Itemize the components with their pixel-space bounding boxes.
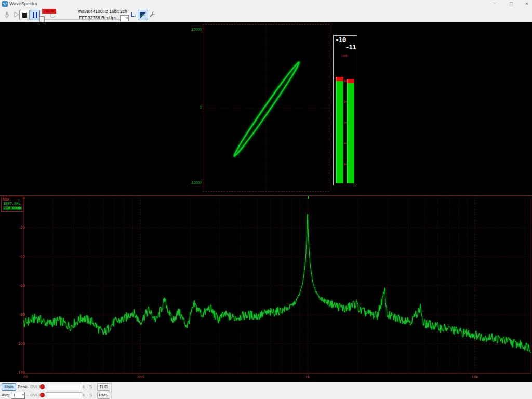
- wave-format-status: Wave:44100Hz 16bit 2ch: [78, 9, 127, 14]
- lissajous-zero-label: 0: [184, 105, 202, 109]
- y-axis-label: -80: [19, 312, 25, 317]
- x-axis-label: 100: [137, 375, 144, 379]
- lissajous-top-label: 15000: [184, 28, 202, 31]
- window-title: WaveSpectra: [9, 1, 37, 6]
- statusbar-separator-1: [95, 383, 95, 398]
- dash-1: -: [27, 384, 29, 389]
- toolbar: Rec. No Wave:44100Hz 16bit 2ch FFT:32768…: [0, 8, 532, 23]
- pause-icon: [33, 12, 37, 18]
- y-axis-label: -20: [19, 225, 25, 230]
- log-axis-button[interactable]: L↓: [129, 10, 138, 19]
- upper-panel: 15000 0 -15000 -10 -11 (dB)-10-20-30-40-…: [0, 22, 532, 195]
- meter-bar: [336, 81, 343, 183]
- meter-peak-cap: [336, 77, 343, 81]
- max-title: Max: [3, 197, 9, 201]
- s-button-2[interactable]: S: [89, 393, 92, 397]
- play-icon: [12, 11, 20, 18]
- spectrum-panel: 0dB-20-40-60-80-100-120201001k10k Max 10…: [0, 195, 532, 382]
- ovl2-input[interactable]: [46, 392, 82, 398]
- y-axis-label: -60: [19, 283, 25, 288]
- peak-label: Peak: [18, 384, 27, 389]
- meter-unit-label: (dB): [341, 54, 348, 57]
- y-axis-label: -100: [17, 341, 25, 346]
- x-axis-label: 20: [23, 375, 28, 379]
- spectrum-trace: [23, 214, 531, 353]
- l-down-icon: L↓: [131, 11, 137, 18]
- avg-select[interactable]: 1 ▾: [11, 392, 25, 399]
- spectrum-display-icon: [140, 12, 147, 19]
- avg-label: Avg:: [2, 393, 10, 397]
- max-frequency: 1007.9Hz: [3, 202, 21, 206]
- meter-peak-cap: [347, 79, 354, 83]
- max-level: -10.00dB: [3, 206, 22, 210]
- lissajous-trace: [232, 60, 301, 158]
- stop-button[interactable]: [19, 10, 30, 20]
- pause-button[interactable]: [30, 10, 40, 20]
- dash-2: -: [27, 393, 29, 397]
- rms-button[interactable]: RMS: [97, 392, 110, 399]
- s-button-1[interactable]: S: [89, 384, 92, 389]
- lissajous-bottom-label: -15000: [184, 181, 202, 184]
- thd-button[interactable]: THD: [97, 383, 110, 391]
- l-button-2[interactable]: L: [83, 393, 85, 397]
- meter-bar-highlight: [336, 77, 337, 183]
- chevron-down-icon: ▾: [22, 393, 24, 397]
- wrench-icon: [149, 11, 156, 18]
- titlebar: WaveSpectra – □ ×: [0, 0, 532, 8]
- minimize-button[interactable]: –: [487, 0, 502, 8]
- ovl2-label: OVL2: [30, 393, 41, 397]
- meter-bar-highlight: [347, 79, 348, 183]
- display-mode-button[interactable]: [138, 10, 148, 20]
- fps-label: fps:: [111, 15, 118, 20]
- statusbar: Main Peak - OVL1 L S THD Avg: 1 ▾ - OVL2…: [0, 382, 532, 399]
- ovl1-input[interactable]: [46, 384, 82, 390]
- ovl1-label: OVL1: [30, 384, 41, 389]
- maximize-button[interactable]: □: [504, 0, 518, 8]
- l-button-1[interactable]: L: [83, 384, 85, 389]
- y-axis-label: -40: [19, 254, 25, 259]
- record-status-indicator: Rec. No: [42, 9, 56, 14]
- app-icon: [2, 1, 8, 7]
- x-axis-label: 1k: [305, 375, 310, 379]
- main-view-button[interactable]: Main: [2, 383, 16, 391]
- slider-thumb[interactable]: [39, 16, 45, 22]
- settings-button[interactable]: [148, 10, 157, 19]
- x-axis-label: 10k: [472, 375, 479, 379]
- ovl1-led: [40, 384, 45, 389]
- close-button[interactable]: ×: [520, 0, 532, 8]
- record-button[interactable]: [2, 10, 11, 19]
- max-readout: Max 1007.9Hz -10.00dB: [1, 197, 23, 212]
- fps-value: 9: [120, 15, 129, 21]
- statusbar-separator-2: [111, 383, 112, 398]
- lissajous-plot: [203, 24, 329, 192]
- level-meter: -10 -11 (dB)-10-20-30-40-50LR: [333, 35, 357, 185]
- stop-icon: [22, 13, 27, 18]
- ovl2-led: [40, 393, 45, 397]
- fft-settings-status: FFT:32768 Rect.: [79, 15, 112, 20]
- avg-value: 1: [13, 393, 15, 397]
- meter-bar: [347, 83, 354, 183]
- microphone-icon: [3, 11, 10, 18]
